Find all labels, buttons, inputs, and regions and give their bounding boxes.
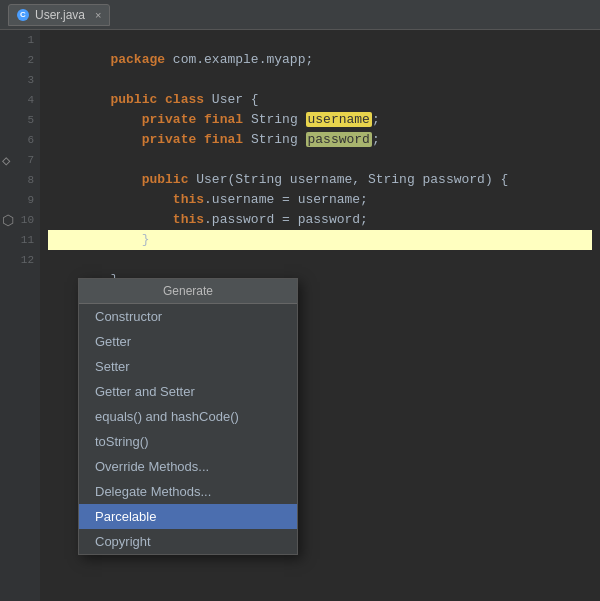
line-num-8: 8 [0,170,40,190]
editor-area: 1 2 3 4 5 6 7 ◇ 8 9 10 ⬡ 11 12 package c… [0,30,600,601]
title-bar: C User.java × [0,0,600,30]
line-num-4: 4 [0,90,40,110]
line-num-10: 10 ⬡ [0,210,40,230]
tab-label: User.java [35,8,85,22]
line-num-2: 2 [0,50,40,70]
menu-item-getter-setter[interactable]: Getter and Setter [79,379,297,404]
menu-item-tostring[interactable]: toString() [79,429,297,454]
fold-icon-7[interactable]: ◇ [2,152,10,169]
code-line-7: public User(String username, String pass… [48,150,592,170]
file-tab[interactable]: C User.java × [8,4,110,26]
line-num-9: 9 [0,190,40,210]
context-menu: Generate Constructor Getter Setter Gette… [78,278,298,555]
menu-item-parcelable[interactable]: Parcelable [79,504,297,529]
menu-item-override[interactable]: Override Methods... [79,454,297,479]
file-type-icon: C [17,9,29,21]
line-gutter: 1 2 3 4 5 6 7 ◇ 8 9 10 ⬡ 11 12 [0,30,40,601]
line-num-5: 5 [0,110,40,130]
context-menu-header: Generate [79,279,297,304]
menu-item-getter[interactable]: Getter [79,329,297,354]
line-num-12: 12 [0,250,40,270]
menu-item-constructor[interactable]: Constructor [79,304,297,329]
menu-item-equals-hashcode[interactable]: equals() and hashCode() [79,404,297,429]
menu-item-setter[interactable]: Setter [79,354,297,379]
line-num-7: 7 ◇ [0,150,40,170]
line-num-3: 3 [0,70,40,90]
line-num-6: 6 [0,130,40,150]
code-line-12: } [48,250,592,270]
code-line-1: package com.example.myapp; [48,30,592,50]
fold-icon-10[interactable]: ⬡ [2,212,14,229]
menu-item-delegate[interactable]: Delegate Methods... [79,479,297,504]
ide-window: C User.java × 1 2 3 4 5 6 7 ◇ 8 9 10 ⬡ 1… [0,0,600,601]
line-num-11: 11 [0,230,40,250]
tab-close-button[interactable]: × [95,9,101,21]
menu-item-copyright[interactable]: Copyright [79,529,297,554]
line-num-1: 1 [0,30,40,50]
code-line-3: public class User { [48,70,592,90]
